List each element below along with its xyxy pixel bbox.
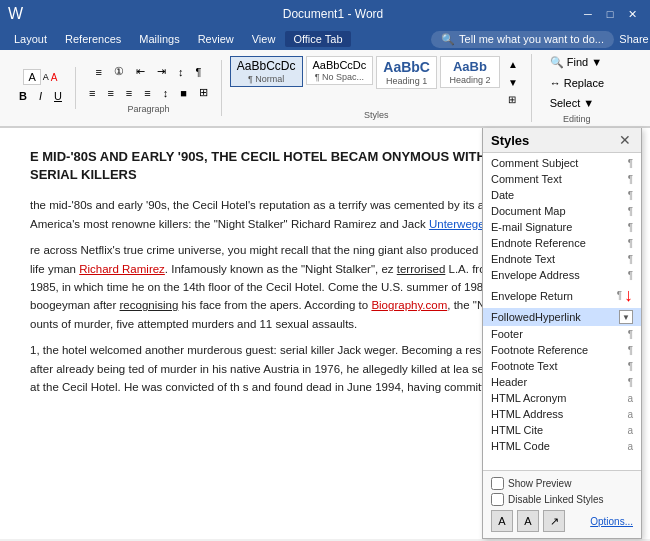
font-size-a[interactable]: A [23,69,40,85]
justify[interactable]: ≡ [139,83,155,102]
main-area: E MID-'80S AND EARLY '90S, THE CECIL HOT… [0,128,650,539]
manage-styles-button[interactable]: ↗ [543,510,565,532]
style-email-signature[interactable]: E-mail Signature ¶ [483,219,641,235]
font-size-small-a[interactable]: A [43,72,49,82]
underline-button[interactable]: U [49,87,67,105]
line-spacing[interactable]: ↕ [158,83,174,102]
shading[interactable]: ■ [175,83,192,102]
style-html-cite[interactable]: HTML Cite a [483,422,641,438]
indent-increase[interactable]: ⇥ [152,62,171,81]
paragraph-label: Paragraph [127,102,169,114]
italic-button[interactable]: I [34,87,47,105]
borders[interactable]: ⊞ [194,83,213,102]
style-date[interactable]: Date ¶ [483,187,641,203]
menu-review[interactable]: Review [190,31,242,47]
style-document-map[interactable]: Document Map ¶ [483,203,641,219]
style-followed-hyperlink[interactable]: FollowedHyperlink ▼ [483,308,641,326]
styles-expand[interactable]: ⊞ [503,91,523,108]
styles-label: Styles [364,108,389,120]
styles-panel: Styles ✕ Comment Subject ¶ Comment Text … [482,128,642,539]
styles-panel-header: Styles ✕ [483,128,641,153]
style-endnote-text[interactable]: Endnote Text ¶ [483,251,641,267]
terrorised-word: terrorised [397,263,446,275]
ramirez-link[interactable]: Richard Ramirez [79,263,165,275]
style-footnote-text[interactable]: Footnote Text ¶ [483,358,641,374]
window-title: Document1 - Word [88,7,578,21]
bold-button[interactable]: B [14,87,32,105]
search-icon: 🔍 [441,33,455,46]
styles-panel-footer: Show Preview Disable Linked Styles A A ↗… [483,470,641,538]
style-dropdown-icon[interactable]: ▼ [619,310,633,324]
replace-button[interactable]: ↔ Replace [545,74,609,92]
bullets-button[interactable]: ≡ [90,62,106,81]
menu-layout[interactable]: Layout [6,31,55,47]
style-html-address[interactable]: HTML Address a [483,406,641,422]
paragraph-section: ≡ ① ⇤ ⇥ ↕ ¶ ≡ ≡ ≡ ≡ ↕ ■ ⊞ Paragraph [76,60,222,116]
style-footnote-reference[interactable]: Footnote Reference ¶ [483,342,641,358]
new-style-button[interactable]: A [491,510,513,532]
menu-bar: Layout References Mailings Review View O… [0,28,650,50]
align-left[interactable]: ≡ [84,83,100,102]
show-preview-input[interactable] [491,477,504,490]
menu-references[interactable]: References [57,31,129,47]
office-tab[interactable]: Office Tab [285,31,350,47]
tell-me-search[interactable]: 🔍 Tell me what you want to do... [431,31,614,48]
close-button[interactable]: ✕ [622,4,642,24]
recognising-word: recognising [120,299,179,311]
style-comment-text[interactable]: Comment Text ¶ [483,171,641,187]
editing-section: 🔍 Find ▼ ↔ Replace Select ▼ Editing [532,51,622,126]
style-header[interactable]: Header ¶ [483,374,641,390]
styles-list[interactable]: Comment Subject ¶ Comment Text ¶ Date ¶ … [483,153,641,470]
font-section: A A A B I U [6,67,76,109]
style-footer[interactable]: Footer ¶ [483,326,641,342]
title-bar: W Document1 - Word ─ □ ✕ [0,0,650,28]
minimize-button[interactable]: ─ [578,4,598,24]
font-color-icon[interactable]: A [51,72,58,83]
ribbon: A A A B I U ≡ ① ⇤ ⇥ ↕ [0,50,650,128]
find-button[interactable]: 🔍 Find ▼ [545,53,607,72]
style-html-code[interactable]: HTML Code a [483,438,641,454]
red-arrow-icon: ↓ [624,285,633,306]
style-comment-subject[interactable]: Comment Subject ¶ [483,155,641,171]
sort-button[interactable]: ↕ [173,62,189,81]
align-center[interactable]: ≡ [102,83,118,102]
style-inspector-button[interactable]: A [517,510,539,532]
style-envelope-address[interactable]: Envelope Address ¶ [483,267,641,283]
numbering-button[interactable]: ① [109,62,129,81]
style-endnote-reference[interactable]: Endnote Reference ¶ [483,235,641,251]
style-normal-preview[interactable]: AaBbCcDc ¶ Normal [230,56,303,87]
share-button[interactable]: Share [624,29,644,49]
biography-link[interactable]: Biography.com [371,299,447,311]
menu-mailings[interactable]: Mailings [131,31,187,47]
indent-decrease[interactable]: ⇤ [131,62,150,81]
style-html-acronym[interactable]: HTML Acronym a [483,390,641,406]
editing-label: Editing [563,112,591,124]
select-button[interactable]: Select ▼ [545,94,600,112]
style-h1-preview[interactable]: AaBbC Heading 1 [376,56,437,89]
style-envelope-return[interactable]: Envelope Return ¶ ↓ [483,283,641,308]
styles-panel-close[interactable]: ✕ [617,132,633,148]
styles-ribbon-section: AaBbCcDc ¶ Normal AaBbCcDc ¶ No Spac... … [222,54,532,122]
show-preview-checkbox[interactable]: Show Preview [491,477,633,490]
style-nospace-preview[interactable]: AaBbCcDc ¶ No Spac... [306,56,374,85]
styles-scroll-up[interactable]: ▲ [503,56,523,73]
menu-view[interactable]: View [244,31,284,47]
styles-scroll-down[interactable]: ▼ [503,74,523,91]
disable-linked-styles-checkbox[interactable]: Disable Linked Styles [491,493,633,506]
align-right[interactable]: ≡ [121,83,137,102]
options-link[interactable]: Options... [590,516,633,527]
maximize-button[interactable]: □ [600,4,620,24]
disable-linked-styles-input[interactable] [491,493,504,506]
unterweger-link[interactable]: Unterweger [429,218,488,230]
styles-panel-title: Styles [491,133,529,148]
paragraph-mark[interactable]: ¶ [190,62,206,81]
style-h2-preview[interactable]: AaBb Heading 2 [440,56,500,88]
